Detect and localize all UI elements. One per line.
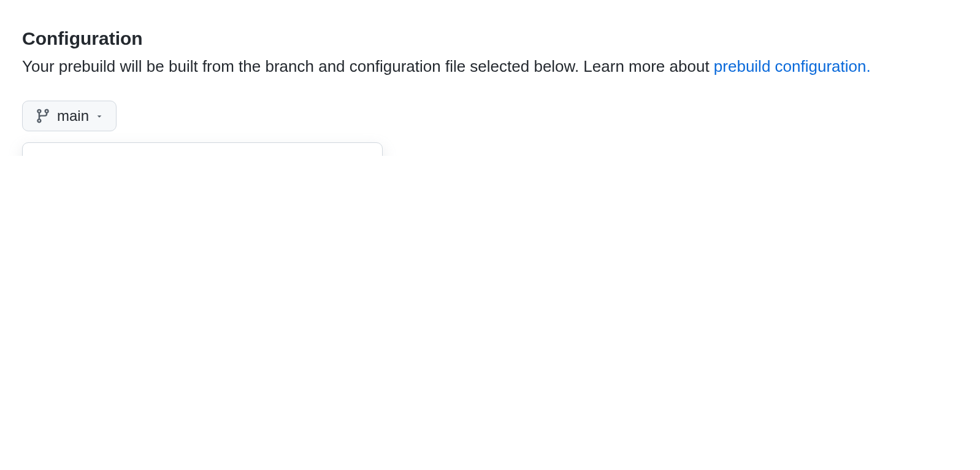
branch-selector-button[interactable]: main: [22, 101, 117, 131]
description-text: Your prebuild will be built from the bra…: [22, 57, 714, 75]
git-branch-icon: [35, 108, 51, 124]
branch-dropdown-popup: Select branch main: [22, 142, 383, 156]
selected-branch-label: main: [57, 107, 89, 125]
prebuild-config-link[interactable]: prebuild configuration.: [714, 57, 871, 75]
close-button[interactable]: [346, 154, 367, 156]
triangle-down-icon: [95, 112, 104, 120]
configuration-heading: Configuration: [22, 25, 958, 52]
dropdown-title: Select branch: [37, 155, 134, 156]
dropdown-header: Select branch: [23, 143, 382, 156]
configuration-description: Your prebuild will be built from the bra…: [22, 55, 958, 79]
